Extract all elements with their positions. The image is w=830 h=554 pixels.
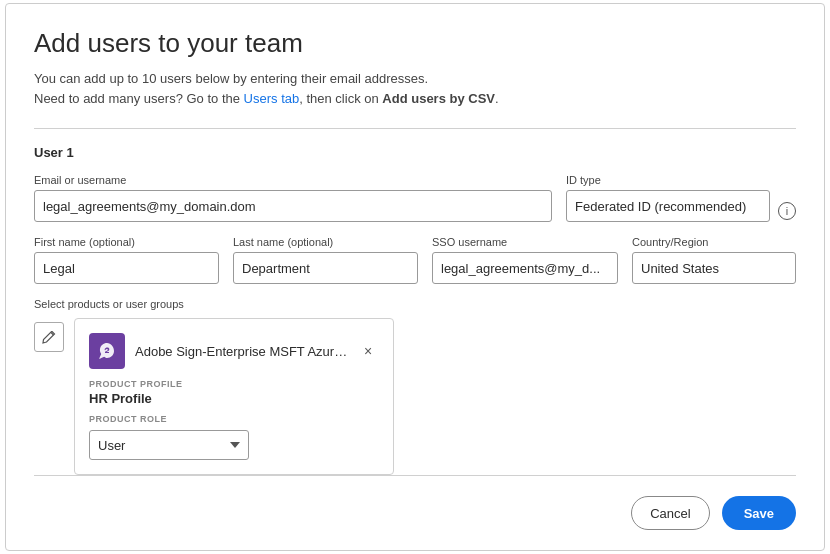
- save-button[interactable]: Save: [722, 496, 796, 530]
- user-section-label: User 1: [34, 145, 796, 160]
- form-row-1: Email or username ID type Federated ID (…: [34, 174, 796, 222]
- profile-value: HR Profile: [89, 391, 377, 406]
- products-area: Adobe Sign-Enterprise MSFT Azure... × PR…: [34, 318, 796, 475]
- divider-top: [34, 128, 796, 129]
- lastname-label: Last name (optional): [233, 236, 418, 248]
- add-users-dialog: Add users to your team You can add up to…: [5, 3, 825, 551]
- country-select[interactable]: United States Canada United Kingdom Germ…: [632, 252, 796, 284]
- form-row-2: First name (optional) Last name (optiona…: [34, 236, 796, 284]
- sso-input[interactable]: [432, 252, 618, 284]
- lastname-input[interactable]: [233, 252, 418, 284]
- dialog-subtitle: You can add up to 10 users below by ente…: [34, 69, 796, 108]
- product-card-header: Adobe Sign-Enterprise MSFT Azure... ×: [89, 333, 377, 369]
- email-label: Email or username: [34, 174, 552, 186]
- firstname-label: First name (optional): [34, 236, 219, 248]
- cancel-button[interactable]: Cancel: [631, 496, 709, 530]
- lastname-group: Last name (optional): [233, 236, 418, 284]
- idtype-select[interactable]: Federated ID (recommended) Enterprise ID…: [566, 190, 770, 222]
- email-input[interactable]: [34, 190, 552, 222]
- subtitle-text1: You can add up to 10 users below by ente…: [34, 71, 428, 86]
- product-card: Adobe Sign-Enterprise MSFT Azure... × PR…: [74, 318, 394, 475]
- idtype-row: Federated ID (recommended) Enterprise ID…: [566, 190, 796, 222]
- pencil-icon: [42, 330, 56, 344]
- dialog-title: Add users to your team: [34, 28, 796, 59]
- email-group: Email or username: [34, 174, 552, 222]
- users-tab-link[interactable]: Users tab: [244, 91, 300, 106]
- country-group: Country/Region United States Canada Unit…: [632, 236, 796, 284]
- edit-products-button[interactable]: [34, 322, 64, 352]
- products-section-label: Select products or user groups: [34, 298, 796, 310]
- csv-bold-text: Add users by CSV: [382, 91, 495, 106]
- info-icon[interactable]: i: [778, 202, 796, 220]
- role-label: PRODUCT ROLE: [89, 414, 377, 424]
- sso-label: SSO username: [432, 236, 618, 248]
- subtitle-text3: , then click on: [299, 91, 382, 106]
- dialog-footer: Cancel Save: [34, 475, 796, 530]
- firstname-group: First name (optional): [34, 236, 219, 284]
- country-label: Country/Region: [632, 236, 796, 248]
- idtype-group: ID type Federated ID (recommended) Enter…: [566, 174, 796, 222]
- product-name: Adobe Sign-Enterprise MSFT Azure...: [135, 344, 349, 359]
- product-close-button[interactable]: ×: [359, 342, 377, 360]
- adobe-sign-icon: [96, 340, 118, 362]
- profile-label: PRODUCT PROFILE: [89, 379, 377, 389]
- subtitle-text4: .: [495, 91, 499, 106]
- product-role-select[interactable]: User Admin Product Admin: [89, 430, 249, 460]
- subtitle-text2: Need to add many users? Go to the: [34, 91, 244, 106]
- idtype-label: ID type: [566, 174, 796, 186]
- product-icon: [89, 333, 125, 369]
- sso-group: SSO username: [432, 236, 618, 284]
- firstname-input[interactable]: [34, 252, 219, 284]
